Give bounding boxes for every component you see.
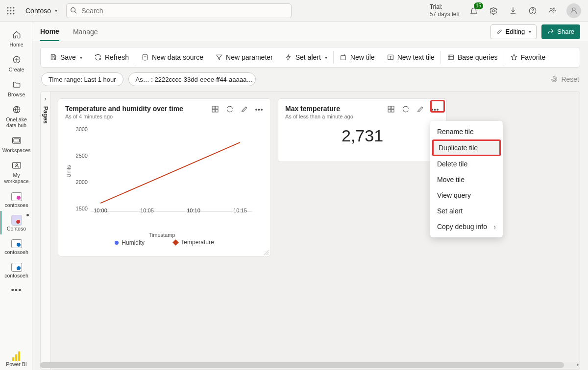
more-tile-icon[interactable]: ••• — [431, 105, 440, 114]
ctx-rename-tile[interactable]: Rename tile — [430, 124, 503, 139]
chip-time-range[interactable]: Time range: Last 1 hour — [41, 72, 123, 86]
rail-contosoes[interactable]: contosoes — [0, 187, 32, 211]
y-tick: 2500 — [73, 153, 88, 159]
refresh-button[interactable]: Refresh — [88, 47, 135, 67]
tile-temp-humidity[interactable]: Temperature and humidity over time As of… — [58, 98, 271, 256]
svg-rect-27 — [212, 106, 215, 109]
rail-home[interactable]: Home — [0, 25, 32, 50]
refresh-tile-icon[interactable] — [401, 105, 410, 114]
new-data-source-button[interactable]: New data source — [135, 47, 209, 67]
tab-home[interactable]: Home — [40, 23, 59, 41]
svg-point-4 — [10, 10, 12, 11]
legend-temperature: Temperature — [173, 239, 214, 246]
parameter-chips: Time range: Last 1 hour As… : 2222cccc-3… — [32, 68, 588, 91]
svg-rect-24 — [341, 56, 345, 60]
settings-icon[interactable] — [488, 5, 499, 16]
tile-max-temperature[interactable]: Max temperature As of less than a minute… — [278, 98, 447, 162]
horizontal-scrollbar[interactable]: ◂ ▸ — [40, 362, 580, 368]
svg-point-8 — [13, 13, 15, 14]
refresh-icon — [94, 53, 102, 61]
help-icon[interactable] — [527, 5, 538, 16]
x-axis-label: Timestamp — [65, 232, 259, 238]
rail-contosoeh-1[interactable]: contosoeh — [0, 234, 32, 258]
svg-rect-28 — [216, 106, 218, 109]
feedback-icon[interactable] — [547, 5, 558, 16]
x-tick: 10:10 — [187, 208, 200, 213]
ctx-duplicate-tile[interactable]: Duplicate tile — [432, 139, 501, 156]
x-tick: 10:05 — [140, 208, 154, 213]
svg-point-1 — [10, 7, 12, 8]
svg-rect-35 — [392, 110, 394, 112]
edit-tile-icon[interactable] — [416, 105, 425, 114]
svg-point-14 — [550, 8, 553, 10]
rail-onelake[interactable]: OneLake data hub — [0, 100, 32, 131]
rail-power-bi[interactable]: Power BI — [0, 347, 32, 370]
tab-manage[interactable]: Manage — [73, 23, 98, 41]
rail-create[interactable]: Create — [0, 50, 32, 75]
chevron-right-icon: › — [493, 223, 496, 231]
download-icon[interactable] — [508, 5, 518, 16]
chevron-down-icon: ▾ — [80, 55, 82, 60]
rail-contosoeh-2[interactable]: contosoeh — [0, 258, 32, 281]
resize-handle-icon[interactable] — [264, 249, 269, 254]
rail-my-workspace[interactable]: My workspace — [0, 156, 32, 187]
kpi-value: 2,731 — [285, 119, 440, 145]
editing-dropdown[interactable]: Editing ▾ — [490, 24, 537, 39]
edit-tile-icon[interactable] — [240, 105, 249, 114]
plus-circle-icon — [11, 54, 22, 65]
app-launcher-icon[interactable] — [5, 5, 17, 17]
rail-browse[interactable]: Browse — [0, 75, 32, 100]
tile-title: Max temperature — [285, 105, 353, 113]
database-icon — [141, 53, 149, 61]
user-avatar[interactable] — [566, 3, 581, 18]
save-button[interactable]: Save ▾ — [44, 47, 88, 67]
y-axis-label: Units — [66, 165, 72, 177]
contosoes-icon — [11, 191, 22, 202]
svg-point-15 — [553, 8, 555, 9]
chip-as-parameter[interactable]: As… : 2222cccc-33dd-eeee-ff44-aaaaa… — [128, 72, 256, 86]
rail-workspaces[interactable]: Workspaces — [0, 131, 32, 156]
ctx-view-query[interactable]: View query — [430, 187, 503, 203]
tile-title: Temperature and humidity over time — [65, 105, 183, 113]
pages-label: Pages — [42, 106, 49, 123]
svg-rect-29 — [212, 110, 215, 112]
explore-icon[interactable] — [387, 105, 395, 114]
ctx-delete-tile[interactable]: Delete tile — [430, 156, 503, 172]
star-icon — [510, 53, 518, 61]
scrollbar-thumb[interactable] — [40, 362, 564, 368]
chevron-down-icon: ▾ — [325, 55, 327, 60]
refresh-tile-icon[interactable] — [225, 105, 234, 114]
ctx-move-tile[interactable]: Move tile — [430, 172, 503, 187]
workspace-dropdown[interactable]: Contoso ▾ — [22, 5, 61, 17]
favorite-button[interactable]: Favorite — [504, 47, 552, 67]
rail-contoso[interactable]: Contoso — [0, 211, 32, 234]
search-box — [66, 3, 292, 18]
svg-point-7 — [10, 13, 12, 14]
ctx-set-alert[interactable]: Set alert — [430, 203, 503, 219]
ribbon-tabs: Home Manage Editing ▾ Share — [32, 22, 588, 42]
pages-panel-toggle[interactable]: › Pages — [40, 91, 51, 370]
new-text-tile-button[interactable]: New text tile — [381, 47, 441, 67]
more-tile-icon[interactable]: ••• — [255, 105, 264, 114]
chevron-right-icon: › — [45, 95, 47, 102]
save-icon — [49, 53, 57, 61]
explore-icon[interactable] — [211, 105, 220, 114]
share-button[interactable]: Share — [541, 24, 580, 39]
chart-legend: Humidity Temperature — [65, 239, 264, 246]
new-parameter-button[interactable]: New parameter — [209, 47, 279, 67]
ctx-copy-debug[interactable]: Copy debug info› — [430, 219, 503, 234]
notifications-icon[interactable]: 15 — [468, 5, 479, 16]
chevron-down-icon: ▾ — [529, 29, 531, 34]
base-queries-button[interactable]: Base queries — [441, 47, 504, 67]
svg-point-13 — [532, 12, 533, 13]
rail-more[interactable]: ••• — [0, 281, 32, 299]
new-tile-button[interactable]: New tile — [334, 47, 381, 67]
header-right: Trial: 57 days left 15 — [430, 3, 583, 18]
set-alert-button[interactable]: Set alert ▾ — [279, 47, 333, 67]
svg-point-0 — [7, 7, 9, 8]
reset-button[interactable]: Reset — [550, 75, 579, 83]
scroll-right-icon[interactable]: ▸ — [577, 362, 579, 367]
dashboard-canvas: Temperature and humidity over time As of… — [51, 91, 580, 370]
reset-icon — [550, 75, 558, 83]
search-input[interactable] — [66, 3, 292, 18]
